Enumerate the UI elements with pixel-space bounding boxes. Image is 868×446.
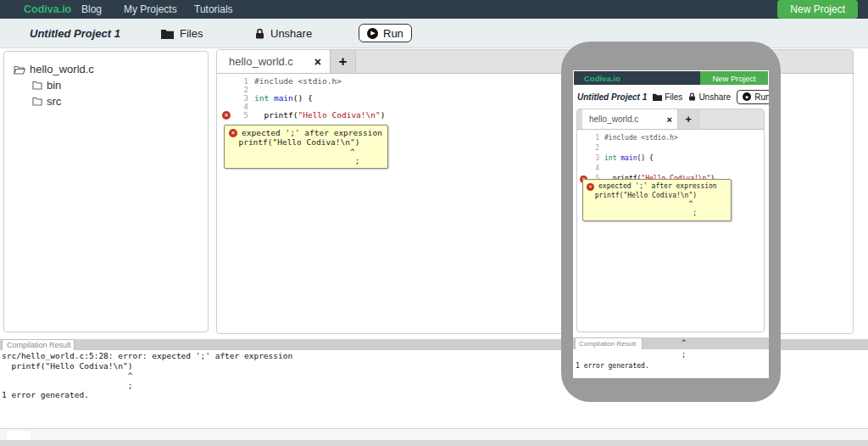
play-icon: ▶ — [743, 92, 751, 101]
error-tooltip: × expected ';' after expression printf("… — [224, 125, 388, 169]
line-number: 5 — [239, 111, 248, 120]
phone-error-tooltip: × expected ';' after expression printf("… — [582, 179, 732, 221]
folder-icon — [161, 29, 174, 39]
phone-code-area[interactable]: 1#include <stdio.h>2 3int main() {4 ×5 p… — [577, 130, 764, 184]
unshare-button[interactable]: Unshare — [255, 27, 312, 40]
files-button[interactable]: Files — [161, 27, 203, 40]
footer-tab — [7, 431, 31, 440]
new-tab-button[interactable]: + — [331, 50, 356, 73]
phone-error-tooltip-title: × expected ';' after expression — [587, 182, 727, 192]
play-icon: ▶ — [367, 28, 378, 39]
error-tooltip-code: printf("Hello Codiva!\n") ^ ; — [229, 137, 383, 165]
unshare-label: Unshare — [270, 27, 312, 40]
tree-item-label: bin — [47, 79, 61, 92]
footer-bottom-strip — [0, 440, 868, 446]
run-label: Run — [383, 27, 403, 40]
tree-item-src[interactable]: src — [4, 93, 208, 109]
new-project-button[interactable]: New Project — [777, 0, 858, 19]
phone-top-navbar: Codiva.io New Project — [574, 71, 768, 85]
file-tree-panel: hello_world.c bin src — [3, 51, 209, 332]
brand-logo[interactable]: Codiva.io — [24, 3, 71, 15]
line-number: 1 — [591, 133, 599, 143]
code-text: printf("Hello Codiva!\n") — [254, 111, 385, 120]
phone-mockup: Codiva.io New Project Untitled Project 1… — [561, 42, 781, 402]
code-text: #include <stdio.h> — [254, 77, 342, 86]
error-tooltip-title: × expected ';' after expression — [229, 128, 383, 137]
phone-tabbar-empty-space — [699, 109, 764, 129]
codiva-ide: Codiva.io Blog My Projects Tutorials New… — [0, 0, 868, 446]
line-number: 2 — [591, 143, 599, 153]
phone-new-project-button[interactable]: New Project — [700, 71, 768, 85]
code-text: int main() { — [254, 94, 313, 103]
tab-label: hello_world.c — [229, 55, 293, 68]
lock-icon — [255, 28, 264, 39]
phone-unshare-label: Unshare — [698, 92, 731, 102]
error-icon: × — [222, 111, 231, 120]
phone-error-message: expected ';' after expression — [598, 182, 717, 192]
tree-item-label: src — [47, 95, 61, 108]
phone-new-tab-button[interactable]: + — [677, 109, 699, 129]
run-button[interactable]: ▶ Run — [359, 24, 412, 42]
nav-item-tutorials[interactable]: Tutorials — [194, 3, 233, 15]
line-number: 4 — [591, 164, 599, 174]
gutter-error-slot: × — [217, 111, 239, 120]
tree-item-hello-world[interactable]: hello_world.c — [4, 61, 208, 77]
phone-editor-panel: hello_world.c × + 1#include <stdio.h>2 3… — [576, 109, 765, 332]
code-text — [604, 143, 609, 153]
footer-strip — [0, 428, 868, 440]
error-message: expected ';' after expression — [242, 128, 382, 137]
phone-compilation-output: ^ ; 1 error generated. — [576, 337, 686, 372]
compilation-result-tab[interactable]: Compilation Result — [2, 339, 75, 350]
phone-files-label: Files — [665, 92, 682, 102]
lock-icon — [688, 92, 696, 101]
phone-brand-logo[interactable]: Codiva.io — [584, 74, 620, 83]
line-number: 3 — [591, 153, 599, 164]
tab-hello-world[interactable]: hello_world.c × — [217, 50, 331, 73]
phone-tab-label: hello_world.c — [589, 114, 638, 124]
compilation-output: src/hello_world.c:5:28: error: expected … — [2, 351, 292, 400]
phone-editor-tabbar: hello_world.c × + — [577, 109, 764, 130]
phone-run-label: Run — [754, 92, 769, 102]
phone-screen: Codiva.io New Project Untitled Project 1… — [573, 70, 769, 378]
code-text: #include <stdio.h> — [604, 133, 678, 143]
phone-tab-hello-world[interactable]: hello_world.c × — [582, 109, 677, 129]
phone-run-button[interactable]: ▶ Run — [737, 90, 769, 104]
closed-folder-icon — [32, 81, 42, 90]
code-text: int main() { — [604, 153, 654, 164]
project-title: Untitled Project 1 — [30, 27, 120, 40]
nav-item-my-projects[interactable]: My Projects — [124, 3, 177, 15]
phone-files-button[interactable]: Files — [653, 92, 682, 102]
top-navbar: Codiva.io Blog My Projects Tutorials New… — [0, 0, 868, 19]
open-folder-icon — [14, 64, 25, 75]
close-tab-icon[interactable]: × — [667, 114, 672, 125]
tree-item-label: hello_world.c — [30, 63, 94, 75]
error-icon: × — [229, 129, 237, 137]
closed-folder-icon — [32, 97, 42, 106]
code-line[interactable]: 1#include <stdio.h> — [577, 133, 764, 143]
phone-project-toolbar: Untitled Project 1 Files Unshare ▶ Run — [574, 85, 768, 109]
phone-unshare-button[interactable]: Unshare — [688, 92, 731, 102]
code-line[interactable]: 2 — [577, 143, 764, 153]
code-line[interactable]: 3int main() { — [577, 153, 764, 164]
error-icon: × — [587, 183, 594, 191]
folder-icon — [653, 93, 662, 101]
tree-item-bin[interactable]: bin — [4, 77, 208, 93]
files-label: Files — [180, 27, 203, 40]
phone-project-title: Untitled Project 1 — [577, 92, 647, 102]
nav-item-blog[interactable]: Blog — [81, 3, 102, 15]
code-line[interactable]: 4 — [577, 164, 764, 174]
code-text — [604, 164, 609, 174]
close-tab-icon[interactable]: × — [314, 55, 321, 69]
phone-error-tooltip-code: printf("Hello Codiva!\n") ^ ; — [587, 192, 727, 219]
